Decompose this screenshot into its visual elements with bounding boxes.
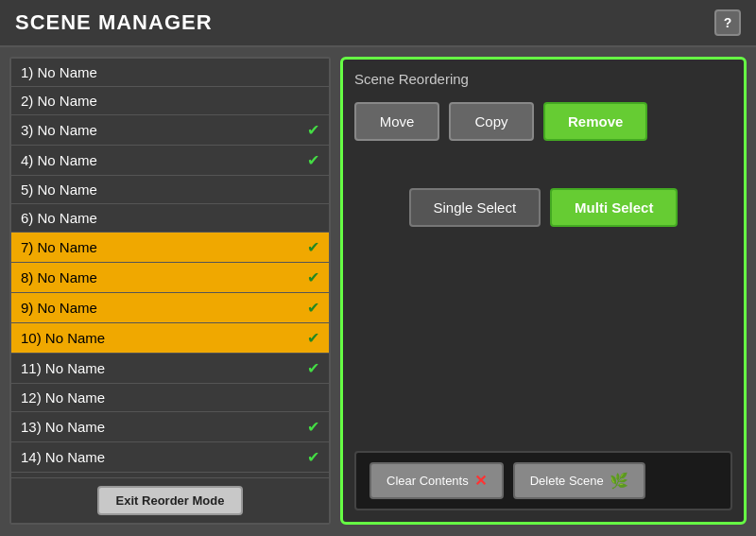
scene-item-label: 13) No Name	[21, 419, 105, 435]
scene-item[interactable]: 4) No Name✔	[11, 146, 329, 176]
scene-item[interactable]: 13) No Name✔	[11, 412, 329, 442]
check-icon: ✔	[307, 238, 319, 256]
select-buttons: Single Select Multi Select	[354, 188, 732, 227]
check-icon: ✔	[307, 418, 319, 436]
scene-item-label: 11) No Name	[21, 360, 105, 376]
scene-item[interactable]: 5) No Name	[11, 176, 329, 204]
scene-item[interactable]: 6) No Name	[11, 204, 329, 233]
help-button[interactable]: ?	[714, 9, 741, 36]
scene-item-label: 6) No Name	[21, 210, 97, 226]
x-icon: ✕	[474, 472, 487, 490]
app-header: SCENE MANAGER ?	[0, 0, 756, 47]
delete-scene-button[interactable]: Delete Scene 🌿	[513, 462, 645, 499]
left-footer: Exit Reorder Mode	[11, 477, 329, 523]
scene-item[interactable]: 14) No Name✔	[11, 442, 329, 473]
scene-item-label: 12) No Name	[21, 389, 105, 406]
check-icon: ✔	[307, 359, 319, 377]
single-select-button[interactable]: Single Select	[409, 188, 541, 227]
scene-item-label: 2) No Name	[21, 93, 97, 109]
scene-list[interactable]: 1) No Name2) No Name3) No Name✔4) No Nam…	[11, 59, 329, 477]
clear-contents-button[interactable]: Clear Contents ✕	[369, 462, 504, 499]
scene-item[interactable]: 12) No Name	[11, 384, 329, 412]
scene-item[interactable]: 2) No Name	[11, 87, 329, 115]
remove-button[interactable]: Remove	[543, 102, 647, 141]
multi-select-button[interactable]: Multi Select	[550, 188, 678, 227]
scene-item-label: 1) No Name	[21, 64, 97, 80]
scene-item-label: 14) No Name	[21, 449, 105, 465]
leaf-icon: 🌿	[610, 472, 628, 490]
scene-item-label: 3) No Name	[21, 122, 97, 138]
scene-item-label: 7) No Name	[21, 239, 97, 255]
scene-item[interactable]: 8) No Name✔	[11, 263, 329, 293]
check-icon: ✔	[307, 121, 319, 139]
exit-reorder-button[interactable]: Exit Reorder Mode	[97, 486, 244, 515]
left-panel: 1) No Name2) No Name3) No Name✔4) No Nam…	[9, 57, 331, 525]
delete-scene-label: Delete Scene	[530, 474, 604, 488]
check-icon: ✔	[307, 299, 319, 317]
scene-item-label: 10) No Name	[21, 330, 105, 346]
copy-button[interactable]: Copy	[449, 102, 534, 141]
scene-item[interactable]: 3) No Name✔	[11, 115, 329, 146]
scene-item[interactable]: 11) No Name✔	[11, 354, 329, 384]
scene-item-label: 9) No Name	[21, 300, 97, 316]
scene-item-label: 8) No Name	[21, 269, 97, 285]
move-button[interactable]: Move	[354, 102, 439, 141]
check-icon: ✔	[307, 329, 319, 347]
scene-item[interactable]: 1) No Name	[11, 59, 329, 87]
scene-item[interactable]: 9) No Name✔	[11, 293, 329, 323]
scene-item-label: 4) No Name	[21, 152, 97, 168]
check-icon: ✔	[307, 448, 319, 466]
action-buttons: Move Copy Remove	[354, 102, 732, 141]
check-icon: ✔	[307, 151, 319, 169]
section-title: Scene Reordering	[354, 71, 732, 87]
clear-contents-label: Clear Contents	[387, 474, 469, 488]
scene-item[interactable]: 10) No Name✔	[11, 323, 329, 354]
scene-item[interactable]: 7) No Name✔	[11, 233, 329, 263]
scene-item-label: 5) No Name	[21, 182, 97, 198]
check-icon: ✔	[307, 268, 319, 286]
main-content: 1) No Name2) No Name3) No Name✔4) No Nam…	[0, 47, 756, 534]
app-title: SCENE MANAGER	[15, 10, 213, 35]
bottom-bar: Clear Contents ✕ Delete Scene 🌿	[354, 451, 732, 510]
right-panel: Scene Reordering Move Copy Remove Single…	[340, 57, 747, 525]
